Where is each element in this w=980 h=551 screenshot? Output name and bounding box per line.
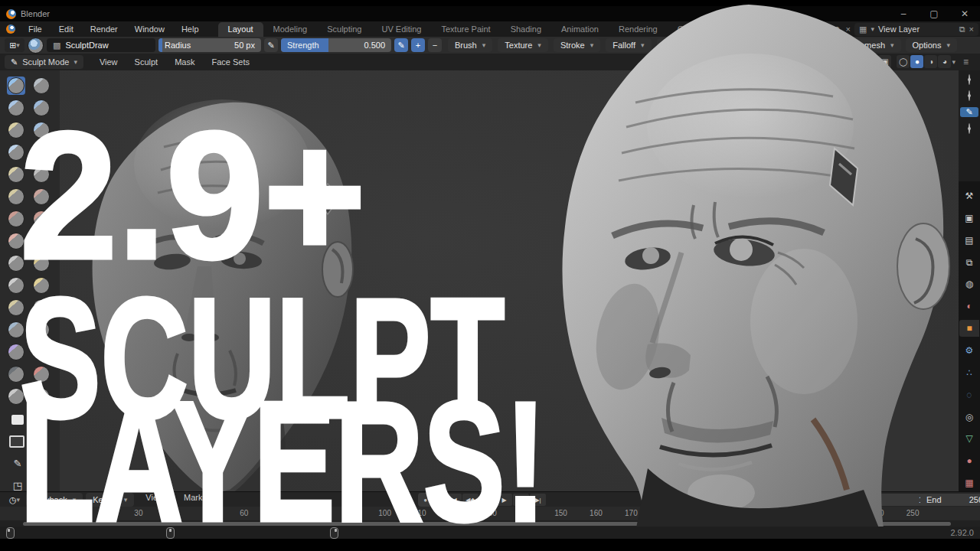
workspace-tab-modeling[interactable]: Modeling <box>263 22 318 37</box>
properties-tab-scene[interactable]: ◍ <box>959 276 979 292</box>
workspace-tab-texture-paint[interactable]: Texture Paint <box>431 22 500 37</box>
workspace-tab-scripting[interactable]: Scripting <box>734 22 787 37</box>
properties-tab-world[interactable]: ◐ <box>959 298 979 315</box>
editor-type-selector[interactable]: ⊞▾ <box>5 38 24 52</box>
dropdown-falloff[interactable]: Falloff <box>606 38 651 52</box>
viewport-menus: ViewSculptMaskFace Sets <box>91 57 258 67</box>
workspace-tab-animation[interactable]: Animation <box>551 22 609 37</box>
properties-tab-view-layer[interactable]: ⧉ <box>959 254 979 271</box>
shading-material-preview-icon[interactable]: ◑ <box>924 55 937 68</box>
properties-tab-particles[interactable]: ∴ <box>959 364 979 381</box>
shading-solid-icon[interactable]: ● <box>910 55 923 68</box>
menu-window[interactable]: Window <box>126 24 173 34</box>
properties-tab-modifiers[interactable]: ⚙ <box>959 342 979 359</box>
draw-brush-icon[interactable] <box>7 77 25 95</box>
dropdown-brush[interactable]: Brush <box>448 38 492 52</box>
properties-tab-physics[interactable]: ◌ <box>959 386 979 403</box>
outliner-filter-icon[interactable]: ≡ <box>963 57 969 67</box>
properties-tab-render[interactable]: ▣ <box>959 210 979 227</box>
dropdown-cursor[interactable]: Cursor <box>657 38 705 52</box>
dropdown-stroke[interactable]: Stroke <box>554 38 600 52</box>
app-menu-icon[interactable] <box>6 24 15 34</box>
viewport-menu-mask[interactable]: Mask <box>166 57 203 67</box>
shading-wireframe-icon[interactable]: ◯ <box>897 55 910 68</box>
frame-tick-220: 220 <box>795 509 818 517</box>
viewport-menu-view[interactable]: View <box>91 57 126 67</box>
view-layer-icon: ⧉ <box>966 257 973 268</box>
view-layer-field[interactable]: ▦ ▾ View Layer ⧉ × <box>854 23 978 36</box>
radius-slider[interactable]: Radius 50 px <box>158 38 261 52</box>
overlays-toggle-icon[interactable]: ▣ <box>878 55 891 68</box>
dropdown-texture[interactable]: Texture <box>498 38 548 52</box>
properties-tab-constraints[interactable]: ◎ <box>959 409 979 425</box>
close-button[interactable]: ✕ <box>949 6 980 21</box>
menu-help[interactable]: Help <box>173 24 207 34</box>
brush-icon: ✎ <box>965 107 972 117</box>
mode-selector[interactable]: ✎ Sculpt Mode ▾ <box>5 55 83 69</box>
frame-tick-160: 160 <box>584 509 607 517</box>
maximize-button[interactable]: ▢ <box>919 6 949 21</box>
new-scene-icon[interactable]: ⧉ <box>831 24 842 34</box>
frame-end-field[interactable]: End 250 <box>920 494 980 506</box>
unlink-scene-icon[interactable]: × <box>844 24 853 34</box>
workspace-tab-rendering[interactable]: Rendering <box>609 22 668 37</box>
strength-pressure-icon[interactable]: ✎ <box>394 38 408 52</box>
workspace-tab-layout[interactable]: Layout <box>218 22 263 37</box>
remove-view-layer-icon[interactable]: × <box>969 24 974 34</box>
minimize-button[interactable]: – <box>888 6 919 21</box>
brush-panel-dropdowns: BrushTextureStrokeFalloffCursor <box>448 38 704 52</box>
visibility-toggle-1[interactable] <box>969 75 970 84</box>
copy-view-layer-icon[interactable]: ⧉ <box>959 24 965 34</box>
draw-sharp-brush-icon[interactable] <box>32 77 51 95</box>
properties-tab-output[interactable]: ▤ <box>959 232 979 249</box>
version-label: 2.92.0 <box>950 528 974 537</box>
sculpt-mode-icon: ✎ <box>11 57 18 67</box>
properties-tab-tool[interactable]: ⚒ <box>959 187 979 204</box>
workspace-tab-shading[interactable]: Shading <box>501 22 551 37</box>
menu-render[interactable]: Render <box>82 24 126 34</box>
strength-slider[interactable]: Strength 0.500 <box>281 38 391 52</box>
add-brush-button[interactable]: + <box>411 38 425 52</box>
viewport-menu-face-sets[interactable]: Face Sets <box>203 57 258 67</box>
outliner-panel: ✎ <box>959 70 980 181</box>
workspace-tab-uv-editing[interactable]: UV Editing <box>371 22 431 37</box>
eye-icon <box>969 90 970 101</box>
end-value: 250 <box>969 495 980 504</box>
shading-rendered-icon[interactable]: ◕ <box>938 55 951 68</box>
dropdown-remesh[interactable]: Remesh <box>847 38 901 52</box>
remove-brush-button[interactable]: − <box>428 38 442 52</box>
object-data-icon: ▽ <box>965 433 972 444</box>
visibility-toggle-3[interactable] <box>969 124 970 133</box>
brush-name-field[interactable]: ▩ SculptDraw <box>47 38 155 52</box>
frame-tick-210: 210 <box>760 509 783 517</box>
tool-icon: ⚒ <box>965 191 974 201</box>
dropdown-options[interactable]: Options <box>906 38 957 52</box>
material-icon: ● <box>966 455 972 466</box>
brush-image-icon: ▩ <box>53 41 60 51</box>
chevron-down-icon[interactable]: ▾ <box>952 58 956 66</box>
add-workspace-button[interactable]: + <box>787 25 805 37</box>
overlay-text-line1: 2.9+ <box>20 105 366 285</box>
tool-settings-bar: ⊞▾ ▩ SculptDraw Radius 50 px ✎ Strength … <box>0 37 980 54</box>
view-layer-name: View Layer <box>878 24 956 34</box>
properties-tab-object[interactable]: ■ <box>959 320 979 337</box>
chevron-down-icon: ▾ <box>871 25 874 33</box>
workspace-tab-compositing[interactable]: Compositing <box>668 22 734 37</box>
properties-tab-texture[interactable]: ▦ <box>959 474 979 491</box>
properties-tab-material[interactable]: ● <box>959 452 979 469</box>
render-icon: ▣ <box>965 213 973 223</box>
frame-tick-150: 150 <box>549 509 572 517</box>
chevron-down-icon: ▾ <box>74 58 77 66</box>
menu-edit[interactable]: Edit <box>51 24 82 34</box>
active-object-item[interactable]: ✎ <box>960 107 978 117</box>
visibility-toggle-2[interactable] <box>969 91 970 100</box>
overlay-text-line3: LAYERS! <box>20 377 546 546</box>
properties-tab-object-data[interactable]: ▽ <box>959 430 979 447</box>
brush-preview-icon[interactable] <box>28 37 44 54</box>
frame-tick-250: 250 <box>901 509 924 517</box>
radius-pressure-icon[interactable]: ✎ <box>264 38 278 52</box>
viewport-menu-sculpt[interactable]: Sculpt <box>126 57 167 67</box>
frame-start-field[interactable]: Start 1 <box>854 494 929 506</box>
workspace-tab-sculpting[interactable]: Sculpting <box>317 22 371 37</box>
menu-file[interactable]: File <box>20 24 51 34</box>
